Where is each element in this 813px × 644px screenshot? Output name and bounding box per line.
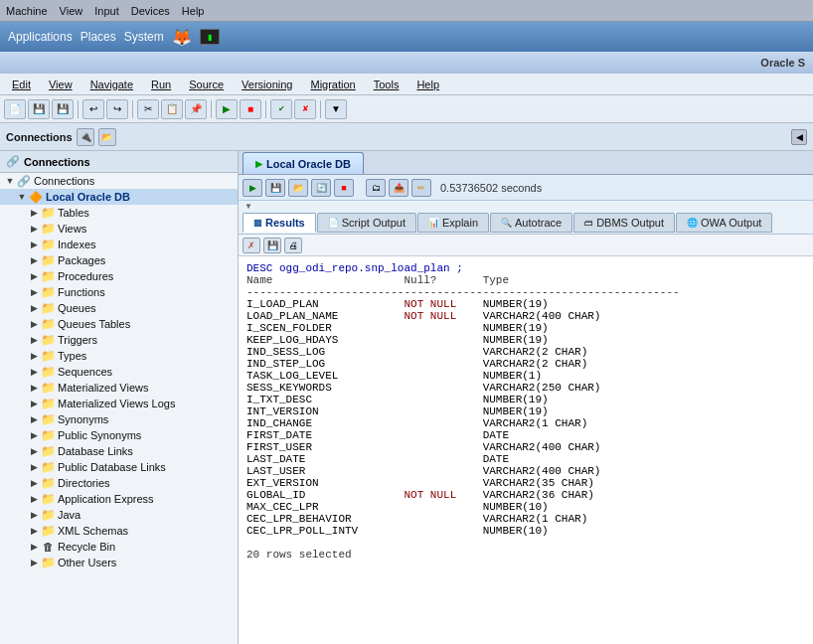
right-panel: ▶ Local Oracle DB ▶ 💾 📂 🔄 ■ 🗂 📤 ✏ 0.5373… (239, 151, 813, 644)
toolbar-rollback[interactable]: ✘ (294, 99, 316, 119)
menu-help[interactable]: Help (408, 77, 447, 92)
print-btn[interactable]: 🖨 (284, 238, 302, 253)
export-btn[interactable]: 📤 (389, 179, 408, 197)
terminal-icon[interactable]: ▮ (200, 29, 220, 45)
refresh-btn[interactable]: 🔄 (311, 179, 331, 197)
toolbar-cut[interactable]: ✂ (137, 99, 159, 119)
toolbar-stop[interactable]: ■ (240, 99, 261, 119)
autotrace-icon: 🔍 (501, 218, 512, 228)
expander-app-express: ▶ (28, 494, 40, 504)
explain-label: Explain (442, 217, 478, 229)
sequences-icon: 📁 (40, 365, 56, 379)
edit-btn[interactable]: ✏ (411, 179, 431, 197)
tree-item-queues-tables[interactable]: ▶ 📁 Queues Tables (0, 316, 238, 332)
oracle-title: Oracle S (760, 57, 805, 69)
tab-local-oracle-db[interactable]: ▶ Local Oracle DB (243, 152, 364, 174)
conn-new-btn[interactable]: 🔌 (77, 128, 94, 146)
tree-item-views[interactable]: ▶ 📁 Views (0, 221, 238, 237)
run-script-btn[interactable]: ▶ (243, 179, 262, 197)
tree-item-java[interactable]: ▶ 📁 Java (0, 507, 238, 523)
expander-local-oracle: ▼ (16, 192, 28, 202)
toolbar-commit[interactable]: ✔ (270, 99, 292, 119)
types-label: Types (58, 350, 86, 362)
tree-item-app-express[interactable]: ▶ 📁 Application Express (0, 491, 238, 507)
toolbar-run[interactable]: ▶ (216, 99, 238, 119)
toolbar-undo[interactable]: ↩ (82, 99, 104, 119)
toolbar-new[interactable]: 📄 (4, 99, 26, 119)
os-menu-input[interactable]: Input (94, 5, 118, 17)
tree-item-functions[interactable]: ▶ 📁 Functions (0, 284, 238, 300)
tree-item-packages[interactable]: ▶ 📁 Packages (0, 252, 238, 268)
triggers-label: Triggers (58, 334, 97, 346)
menu-migration[interactable]: Migration (302, 77, 363, 92)
firefox-icon[interactable]: 🦊 (172, 28, 192, 47)
menu-source[interactable]: Source (181, 77, 232, 92)
os-menu-devices[interactable]: Devices (131, 5, 170, 17)
tab-explain[interactable]: 📊 Explain (417, 213, 489, 233)
app-title-places[interactable]: Places (81, 30, 116, 44)
public-synonyms-label: Public Synonyms (58, 429, 141, 441)
expander-functions: ▶ (28, 287, 40, 297)
menu-edit[interactable]: Edit (4, 77, 39, 92)
output-tabs: ▦ Results 📄 Script Output 📊 Explain 🔍 Au… (239, 211, 813, 235)
queues-tables-icon: 📁 (40, 317, 56, 331)
stop-btn[interactable]: ■ (334, 179, 354, 197)
toolbar-redo[interactable]: ↪ (106, 99, 128, 119)
tab-dbms-output[interactable]: 🗃 DBMS Output (573, 213, 675, 233)
toolbar-paste[interactable]: 📌 (185, 99, 207, 119)
tree-item-public-db-links[interactable]: ▶ 📁 Public Database Links (0, 459, 238, 475)
app-title-applications[interactable]: Applications (8, 30, 73, 44)
tree-item-queues[interactable]: ▶ 📁 Queues (0, 300, 238, 316)
menu-tools[interactable]: Tools (366, 77, 407, 92)
toolbar-save2[interactable]: 💾 (52, 99, 74, 119)
menu-run[interactable]: Run (143, 77, 179, 92)
conn-collapse-btn[interactable]: ◀ (791, 129, 807, 145)
tree-item-other-users[interactable]: ▶ 📁 Other Users (0, 555, 238, 570)
tree-item-public-synonyms[interactable]: ▶ 📁 Public Synonyms (0, 427, 238, 443)
os-menu-view[interactable]: View (60, 5, 83, 17)
toolbar-more[interactable]: ▼ (325, 99, 347, 119)
other-users-icon: 📁 (40, 556, 56, 569)
tree-item-local-oracle-db[interactable]: ▼ 🔶 Local Oracle DB (0, 189, 238, 205)
save-btn[interactable]: 💾 (265, 179, 285, 197)
tree-item-xml-schemas[interactable]: ▶ 📁 XML Schemas (0, 523, 238, 539)
menu-versioning[interactable]: Versioning (234, 77, 300, 92)
menu-navigate[interactable]: Navigate (82, 77, 141, 92)
os-menu-machine[interactable]: Machine (6, 5, 48, 17)
tab-script-output[interactable]: 📄 Script Output (317, 213, 416, 233)
schema-btn[interactable]: 🗂 (366, 179, 386, 197)
expander-triggers: ▶ (28, 335, 40, 345)
tree-root-connections[interactable]: ▼ 🔗 Connections (0, 173, 238, 189)
clear-btn[interactable]: ✗ (243, 238, 260, 253)
expander-java: ▶ (28, 510, 40, 520)
tree-item-directories[interactable]: ▶ 📁 Directories (0, 475, 238, 491)
tree-item-synonyms[interactable]: ▶ 📁 Synonyms (0, 411, 238, 427)
query-toolbar: ▶ 💾 📂 🔄 ■ 🗂 📤 ✏ 0.53736502 seconds (239, 175, 813, 201)
toolbar-copy[interactable]: 📋 (161, 99, 183, 119)
tab-autotrace[interactable]: 🔍 Autotrace (490, 213, 572, 233)
tab-results[interactable]: ▦ Results (243, 213, 316, 233)
tree-item-recycle-bin[interactable]: ▶ 🗑 Recycle Bin (0, 539, 238, 555)
os-menubar: Machine View Input Devices Help (0, 0, 813, 22)
tree-item-types[interactable]: ▶ 📁 Types (0, 348, 238, 364)
tree-item-mat-views-logs[interactable]: ▶ 📁 Materialized Views Logs (0, 396, 238, 411)
os-menu-help[interactable]: Help (182, 5, 205, 17)
tree-item-sequences[interactable]: ▶ 📁 Sequences (0, 364, 238, 380)
tree-item-indexes[interactable]: ▶ 📁 Indexes (0, 237, 238, 252)
tab-owa-output[interactable]: 🌐 OWA Output (676, 213, 772, 233)
connections-tree-icon: 🔗 (6, 155, 20, 168)
toolbar-save[interactable]: 💾 (28, 99, 50, 119)
app-express-icon: 📁 (40, 492, 56, 506)
connections-root-label: Connections (34, 175, 94, 187)
tree-item-tables[interactable]: ▶ 📁 Tables (0, 205, 238, 221)
tree-item-triggers[interactable]: ▶ 📁 Triggers (0, 332, 238, 348)
tree-item-procedures[interactable]: ▶ 📁 Procedures (0, 268, 238, 284)
open-btn[interactable]: 📂 (288, 179, 308, 197)
tree-item-db-links[interactable]: ▶ 📁 Database Links (0, 443, 238, 459)
menu-view[interactable]: View (41, 77, 81, 92)
save-output-btn[interactable]: 💾 (263, 238, 281, 253)
conn-folder-btn[interactable]: 📂 (98, 128, 116, 146)
tree-item-mat-views[interactable]: ▶ 📁 Materialized Views (0, 380, 238, 396)
app-title-system[interactable]: System (124, 30, 164, 44)
expander-public-synonyms: ▶ (28, 430, 40, 440)
